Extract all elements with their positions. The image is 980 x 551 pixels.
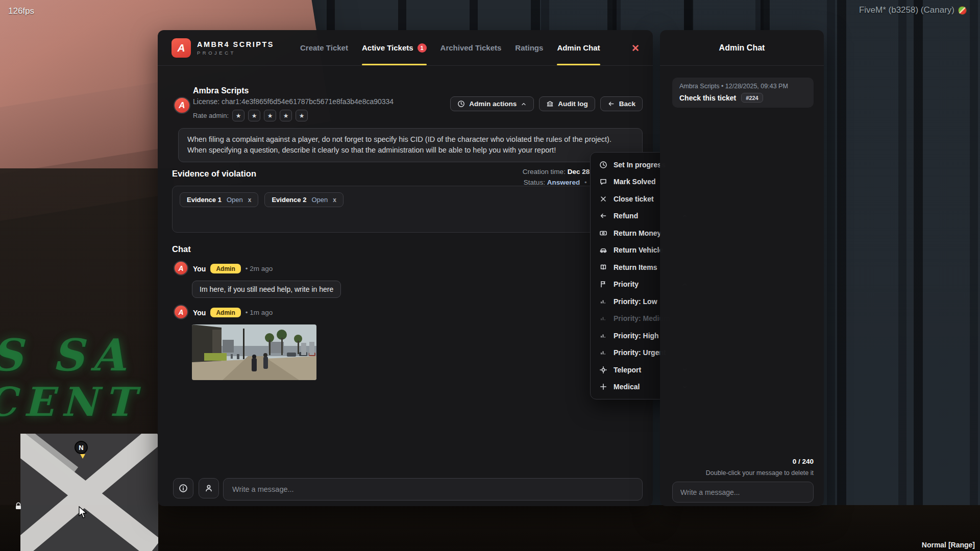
- crosshair-icon: [599, 366, 607, 374]
- tab-label: Ratings: [515, 43, 543, 52]
- bank-icon: [546, 100, 554, 108]
- player-button[interactable]: [199, 478, 219, 498]
- admin-chat-message-meta: Ambra Scripts • 12/28/2025, 09:43 PM: [679, 83, 806, 90]
- admin-badge: Admin: [210, 308, 240, 317]
- chat-section-title: Chat: [172, 244, 191, 254]
- padlock-icon: [14, 502, 22, 512]
- ambra-logo-icon: A: [172, 38, 191, 58]
- game-screen: S SA CENT N 126fps FiveM* (b3258) (Canar…: [0, 0, 980, 551]
- menu-item-label: Priority: Urgent: [614, 348, 666, 357]
- signal-bars-icon: [599, 348, 607, 357]
- creation-time-label: Creation time:: [523, 168, 566, 176]
- signal-bars-icon: [599, 332, 607, 340]
- car-icon: [599, 246, 607, 254]
- compass-pointer-icon: [80, 454, 85, 459]
- message-header: You Admin • 2m ago: [193, 264, 273, 273]
- menu-item-label: Return Items: [614, 263, 657, 271]
- star-rating-button[interactable]: ★: [248, 110, 260, 121]
- compass-north-icon: N: [75, 441, 88, 454]
- plus-icon: [599, 383, 607, 391]
- menu-item-label: Set In progress: [614, 161, 666, 169]
- evidence-container: Evidence 1 Open x Evidence 2 Open x: [172, 186, 643, 233]
- brand-title: AMBR4 SCRIPTS: [197, 40, 274, 48]
- star-rating-button[interactable]: ★: [280, 110, 292, 121]
- star-rating-button[interactable]: ★: [296, 110, 308, 121]
- menu-item-label: Mark Solved: [614, 178, 655, 186]
- graffiti-text: S SA: [0, 329, 132, 381]
- back-label: Back: [619, 100, 635, 108]
- tab-admin-chat[interactable]: Admin Chat: [557, 30, 600, 65]
- message-time: • 2m ago: [246, 265, 273, 272]
- ticket-ref-badge[interactable]: #224: [741, 93, 763, 103]
- evidence-name: Evidence 2: [272, 196, 306, 204]
- fivem-build-label: FiveM* (b3258) (Canary): [859, 5, 954, 15]
- delete-hint: Double-click your message to delete it: [706, 469, 814, 477]
- graffiti-text: CENT: [0, 379, 141, 425]
- char-counter: 0 / 240: [793, 458, 814, 465]
- tab-create-ticket[interactable]: Create Ticket: [300, 30, 348, 65]
- avatar: A: [174, 261, 188, 276]
- flag-icon: [599, 280, 607, 288]
- admin-chat-message[interactable]: Ambra Scripts • 12/28/2025, 09:43 PM Che…: [672, 78, 814, 108]
- evidence-open-link[interactable]: Open: [227, 196, 243, 204]
- back-button[interactable]: Back: [600, 96, 643, 111]
- clock-icon: [457, 100, 465, 108]
- fps-counter: 126fps: [8, 6, 34, 16]
- panel-header: A AMBR4 SCRIPTS PROJECT Create Ticket Ac…: [158, 30, 653, 66]
- evidence-chip: Evidence 1 Open x: [180, 192, 258, 207]
- evidence-name: Evidence 1: [187, 196, 222, 204]
- rate-admin-row: Rate admin: ★ ★ ★ ★ ★: [193, 110, 308, 121]
- notice-line: When filing a complaint against a player…: [187, 134, 633, 145]
- tab-active-tickets[interactable]: Active Tickets 1: [362, 30, 427, 65]
- arrow-left-icon: [607, 100, 615, 108]
- arrow-left-icon: [599, 212, 607, 220]
- banknote-icon: [599, 229, 607, 237]
- evidence-remove-icon[interactable]: x: [333, 196, 336, 204]
- admin-actions-label: Admin actions: [469, 100, 517, 108]
- tab-archived-tickets[interactable]: Archived Tickets: [440, 30, 502, 65]
- ticket-action-buttons: Admin actions Audit log Back: [450, 96, 643, 111]
- ticket-author-name: Ambra Scripts: [193, 86, 249, 95]
- message-time: • 1m ago: [246, 309, 273, 316]
- attachment-image[interactable]: [192, 324, 316, 380]
- chat-message-input[interactable]: [223, 478, 643, 500]
- menu-item-label: Priority: Low: [614, 297, 657, 306]
- menu-item-label: Close ticket: [614, 195, 654, 203]
- message-header: You Admin • 1m ago: [193, 308, 273, 317]
- ticket-panel: A AMBR4 SCRIPTS PROJECT Create Ticket Ac…: [158, 30, 653, 506]
- fivem-watermark: FiveM* (b3258) (Canary): [859, 5, 967, 15]
- minimap: [20, 434, 158, 551]
- brand-subtitle: PROJECT: [197, 50, 274, 56]
- ticket-license: License: char1:4e3f865f6d54e61787bc5671e…: [193, 97, 394, 106]
- chevron-up-icon: [521, 101, 527, 107]
- star-rating-button[interactable]: ★: [264, 110, 276, 121]
- active-tickets-count-badge: 1: [418, 43, 427, 53]
- dot-separator: •: [584, 179, 587, 186]
- evidence-remove-icon[interactable]: x: [248, 196, 252, 204]
- signal-bars-icon: [599, 297, 607, 306]
- notice-line: When specifying a question, describe it …: [187, 145, 633, 156]
- audit-log-button[interactable]: Audit log: [539, 96, 595, 111]
- signal-bars-icon: [599, 314, 607, 322]
- menu-item-label: Medical: [614, 383, 640, 391]
- audit-log-label: Audit log: [558, 100, 587, 108]
- menu-item-label: Priority: High: [614, 332, 659, 340]
- tab-label: Active Tickets: [362, 43, 413, 52]
- chat-bubble-icon: [599, 178, 607, 186]
- voice-range-indicator: Normal [Range]: [922, 541, 975, 549]
- status-label: Status:: [524, 179, 545, 186]
- info-icon: [179, 484, 188, 493]
- close-icon: [599, 195, 607, 203]
- star-rating-button[interactable]: ★: [232, 110, 244, 121]
- evidence-open-link[interactable]: Open: [311, 196, 328, 204]
- info-button[interactable]: [173, 478, 193, 498]
- close-icon[interactable]: ✕: [631, 43, 640, 53]
- admin-chat-input[interactable]: [672, 482, 814, 503]
- admin-actions-button[interactable]: Admin actions: [450, 96, 534, 111]
- tab-ratings[interactable]: Ratings: [515, 30, 543, 65]
- clock-icon: [599, 161, 607, 169]
- menu-item-label: Priority: [614, 280, 639, 288]
- person-icon: [204, 484, 213, 493]
- ticket-notice: When filing a complaint against a player…: [178, 128, 643, 162]
- nav-tabs: Create Ticket Active Tickets 1 Archived …: [300, 30, 600, 65]
